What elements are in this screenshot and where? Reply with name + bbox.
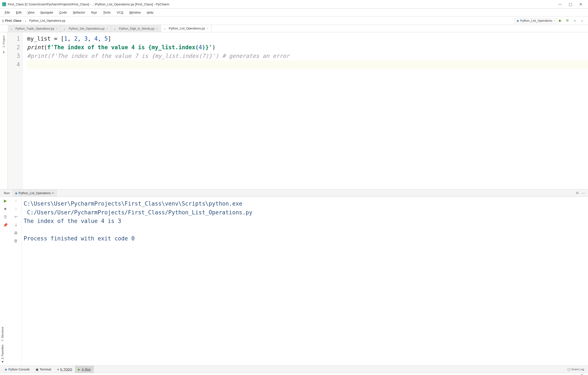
nav-toolbar: ▮ First_Class › Python_List_Operations.p… <box>0 16 588 25</box>
menu-navigate[interactable]: Navigate <box>38 9 56 15</box>
breadcrumb: ▮ First_Class › Python_List_Operations.p… <box>2 19 65 22</box>
close-icon[interactable]: × <box>56 27 58 30</box>
pin-button[interactable]: 📌 <box>3 223 8 227</box>
close-button[interactable]: ✕ <box>576 1 586 8</box>
left-tool-strip-bottom: 7: Structure ★ 2: Favorites <box>0 279 8 367</box>
window-title: First_Class [C:\Users\User\PycharmProjec… <box>8 2 555 6</box>
bottom-tool-strip: ◆Python Console ▣Terminal ≡6: TODO ▶4: R… <box>0 365 588 373</box>
gear-icon: ⚙ <box>576 191 579 195</box>
rerun-button[interactable]: ▶ <box>4 198 7 203</box>
menu-code[interactable]: Code <box>57 9 70 15</box>
left-tool-strip: 1: Project ▮ <box>0 32 8 189</box>
tab-python-list-operations[interactable]: Python_List_Operations.py× <box>161 25 211 32</box>
bug-icon: ⛨ <box>566 19 569 22</box>
run-config-label: Python_List_Operations <box>520 19 552 22</box>
close-icon[interactable]: × <box>207 27 209 30</box>
folder-icon: ▮ <box>2 19 4 22</box>
line-gutter: 1 2 3 4 <box>8 32 23 189</box>
python-file-icon <box>64 27 67 30</box>
collapse-icon[interactable]: ▮ <box>2 50 5 54</box>
event-log[interactable]: ◯Event Log <box>565 368 586 371</box>
run-header: Run: ◆ Python_List_Operations × ⚙ — <box>0 189 588 197</box>
close-icon[interactable]: × <box>106 27 108 30</box>
debug-button[interactable]: ⛨ <box>564 17 571 24</box>
terminal-icon: ▣ <box>36 368 39 371</box>
line-number: 4 <box>8 60 20 69</box>
line-number: 2 <box>8 43 20 52</box>
minimize-button[interactable]: — <box>555 1 565 8</box>
run-config-dropdown[interactable]: ◆ Python_List_Operations ▾ <box>515 18 557 23</box>
menu-vcs[interactable]: VCS <box>114 9 126 15</box>
down-button[interactable]: ↓ <box>15 206 17 211</box>
breadcrumb-file[interactable]: Python_List_Operations.py <box>29 19 65 22</box>
status-bar: ▭ 4:1 CRLF ⇕ UTF-8 ⇕ 4 spaces ⇕ Python 3… <box>0 373 588 375</box>
tool-todo[interactable]: ≡6: TODO <box>54 366 75 373</box>
hide-button[interactable]: — <box>580 191 586 195</box>
python-icon: ◆ <box>15 191 17 195</box>
line-number: 3 <box>8 52 20 60</box>
python-file-icon <box>11 27 14 30</box>
tool-window-structure[interactable]: 7: Structure <box>0 325 8 343</box>
chevron-right-icon: › <box>22 19 24 22</box>
pycharm-app-icon <box>2 2 6 6</box>
tab-label: Python_Digit_to_Words.py <box>119 27 155 30</box>
stop-icon: ■ <box>574 19 576 22</box>
tab-label: Python_Tuple_Operations.py <box>15 27 54 30</box>
titlebar: First_Class [C:\Users\User\PycharmProjec… <box>0 0 588 9</box>
clear-button[interactable]: 🗑 <box>14 239 18 243</box>
menu-view[interactable]: View <box>25 9 37 15</box>
run-action-col-2: ↑ ↓ ↩ ⤓ 🖶 🗑 <box>11 197 21 365</box>
menu-refactor[interactable]: Refactor <box>70 9 88 15</box>
menu-edit[interactable]: Edit <box>13 9 24 15</box>
run-tab[interactable]: ◆ Python_List_Operations × <box>12 189 57 196</box>
python-file-icon <box>164 27 167 30</box>
run-button[interactable]: ▶ <box>557 17 564 24</box>
breadcrumb-project[interactable]: First_Class <box>5 19 21 22</box>
tab-label: Python_Set_Operations.py <box>69 27 105 30</box>
main-area: 1: Project ▮ 1 2 3 4 my_list = [1, 2, 3,… <box>0 32 588 189</box>
list-icon: ≡ <box>57 368 59 371</box>
menu-window[interactable]: Window <box>127 9 143 15</box>
menu-help[interactable]: Help <box>144 9 156 15</box>
up-button[interactable]: ↑ <box>15 198 17 203</box>
layout-button[interactable]: ☰ <box>4 214 7 219</box>
chevron-down-icon: ▾ <box>554 19 555 22</box>
minimize-icon: — <box>582 191 585 195</box>
run-output[interactable]: C:\Users\User\PycharmProjects\First_Clas… <box>21 197 588 365</box>
search-icon: ⌕ <box>581 18 584 23</box>
tool-run[interactable]: ▶4: Run <box>75 366 94 373</box>
tool-window-favorites[interactable]: ★ 2: Favorites <box>0 343 8 365</box>
editor[interactable]: 1 2 3 4 my_list = [1, 2, 3, 4, 5] print(… <box>8 32 588 189</box>
code-area[interactable]: my_list = [1, 2, 3, 4, 5] print(f'The in… <box>23 32 588 189</box>
scroll-to-end-button[interactable]: ⤓ <box>14 223 18 227</box>
run-tab-label: Python_List_Operations <box>19 191 51 195</box>
stop-run-button[interactable]: ■ <box>4 207 6 211</box>
run-body: ▶ ■ ☰ 📌 ↑ ↓ ↩ ⤓ 🖶 🗑 C:\Users\User\Pychar… <box>0 197 588 365</box>
python-icon: ◆ <box>5 368 7 371</box>
soft-wrap-button[interactable]: ↩ <box>14 214 18 219</box>
tool-terminal[interactable]: ▣Terminal <box>33 366 54 373</box>
run-label: Run: <box>2 191 12 195</box>
stop-button[interactable]: ■ <box>571 17 578 24</box>
tab-python-set-operations[interactable]: Python_Set_Operations.py× <box>61 25 111 32</box>
python-file-icon <box>25 19 28 22</box>
tab-label: Python_List_Operations.py <box>169 27 205 30</box>
python-icon: ◆ <box>517 19 519 22</box>
menu-tools[interactable]: Tools <box>101 9 113 15</box>
tool-window-project[interactable]: 1: Project <box>1 33 6 50</box>
tab-python-digit-to-words[interactable]: Python_Digit_to_Words.py× <box>111 25 161 32</box>
menubar: File Edit View Navigate Code Refactor Ru… <box>0 9 588 16</box>
editor-tabs: Python_Tuple_Operations.py× Python_Set_O… <box>0 25 588 32</box>
run-tool-window: Run: ◆ Python_List_Operations × ⚙ — ▶ ■ … <box>0 189 588 365</box>
close-icon[interactable]: × <box>52 191 54 195</box>
line-number: 1 <box>8 34 20 43</box>
maximize-button[interactable]: ▢ <box>565 1 576 8</box>
play-icon: ▶ <box>559 19 562 22</box>
print-button[interactable]: 🖶 <box>14 231 18 235</box>
search-everywhere-button[interactable]: ⌕ <box>578 17 586 24</box>
tab-python-tuple-operations[interactable]: Python_Tuple_Operations.py× <box>8 25 61 32</box>
settings-button[interactable]: ⚙ <box>574 191 580 195</box>
menu-file[interactable]: File <box>2 9 12 15</box>
close-icon[interactable]: × <box>156 27 158 30</box>
menu-run[interactable]: Run <box>89 9 100 15</box>
